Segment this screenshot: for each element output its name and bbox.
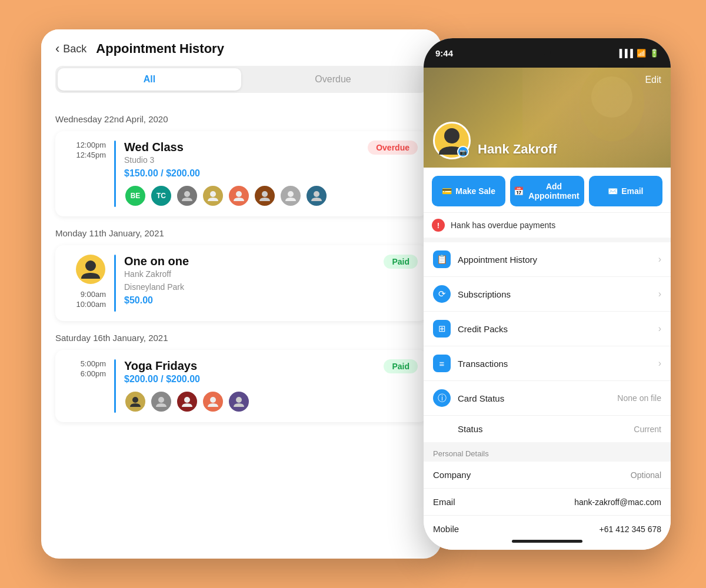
time-start-2: 9:00am xyxy=(81,290,106,299)
time-start-3: 5:00pm xyxy=(81,359,106,368)
time-column-2: 9:00am 10:00am xyxy=(65,255,106,309)
time-end-3: 6:00pm xyxy=(81,369,106,378)
personal-details-header: Personal Details xyxy=(424,442,671,462)
credit-packs-label: Credit Packs xyxy=(458,324,651,334)
chevron-icon-4: › xyxy=(658,358,661,369)
mobile-row: Mobile +61 412 345 678 xyxy=(424,516,671,532)
email-label: Email xyxy=(621,186,643,196)
mobile-value: +61 412 345 678 xyxy=(600,524,662,533)
back-arrow-icon: ‹ xyxy=(55,41,59,56)
menu-section: 📋 Appointment History › ⟳ Subscriptions … xyxy=(424,242,671,442)
company-label: Company xyxy=(433,470,471,480)
company-value: Optional xyxy=(631,470,661,480)
subscriptions-label: Subscriptions xyxy=(458,289,651,299)
svg-point-13 xyxy=(591,76,632,118)
add-appointment-button[interactable]: 📅 Add Appointment xyxy=(510,176,584,206)
email-button[interactable]: ✉️ Email xyxy=(589,176,662,206)
attendee-avatars-3 xyxy=(124,390,418,413)
left-header: ‹ Back Appointment History xyxy=(41,29,441,56)
profile-avatar-wrap: 📷 Hank Zakroff xyxy=(433,122,557,159)
appointment-price-2: $50.00 xyxy=(124,295,418,306)
appointment-list: Wednesday 22nd April, 2020 12:00pm 12:45… xyxy=(41,102,441,559)
page-title: Appointment History xyxy=(96,41,224,56)
mobile-label: Mobile xyxy=(433,524,459,532)
time-start-1: 12:00pm xyxy=(76,141,106,149)
profile-name: Hank Zakroff xyxy=(478,142,557,159)
time-end-2: 10:00am xyxy=(76,300,106,309)
email-label: Email xyxy=(433,497,455,507)
overdue-badge-1: Overdue xyxy=(368,141,418,155)
phone-scroll: 💳 Make Sale 📅 Add Appointment ✉️ Email !… xyxy=(424,168,671,532)
avatar-8 xyxy=(305,185,328,207)
paid-badge-3: Paid xyxy=(384,359,418,373)
status-value: Current xyxy=(634,425,661,434)
make-sale-label: Make Sale xyxy=(455,186,495,196)
avatar-y5 xyxy=(228,390,250,413)
home-indicator xyxy=(424,532,671,550)
card-content-3: Yoga Fridays $200.00 / $200.00 xyxy=(124,359,418,413)
chevron-icon-1: › xyxy=(658,254,661,265)
avatar-y2 xyxy=(150,390,172,413)
profile-avatar: 📷 xyxy=(433,122,471,159)
paid-badge-2: Paid xyxy=(384,255,418,269)
menu-status: Status Current xyxy=(424,416,671,442)
add-appointment-label: Add Appointment xyxy=(527,182,580,201)
camera-icon[interactable]: 📷 xyxy=(457,146,469,158)
date-header-2: Monday 11th January, 2021 xyxy=(55,228,427,238)
appointment-history-icon: 📋 xyxy=(433,250,451,268)
home-bar xyxy=(512,540,582,543)
svg-point-4 xyxy=(288,191,294,197)
time-end-1: 12:45pm xyxy=(76,151,106,159)
time-column-3: 5:00pm 6:00pm xyxy=(65,359,106,378)
appointment-price-1: $150.00 / $200.00 xyxy=(124,168,418,179)
tab-overdue[interactable]: Overdue xyxy=(241,68,425,91)
svg-point-3 xyxy=(262,191,268,197)
menu-subscriptions[interactable]: ⟳ Subscriptions › xyxy=(424,277,671,312)
avatar-be: BE xyxy=(124,185,146,207)
tab-bar: All Overdue xyxy=(55,66,427,93)
avatar-7 xyxy=(279,185,302,207)
tab-all[interactable]: All xyxy=(58,68,241,91)
battery-icon: 🔋 xyxy=(650,49,659,58)
appointment-card-1[interactable]: 12:00pm 12:45pm Wed Class Studio 3 $150.… xyxy=(55,131,427,216)
appointment-location-1: Studio 3 xyxy=(124,155,418,165)
svg-point-2 xyxy=(236,191,242,197)
avatar-y4 xyxy=(202,390,224,413)
time-column-1: 12:00pm 12:45pm xyxy=(65,141,106,159)
personal-section: Company Optional Email hank-zakroff@mac.… xyxy=(424,462,671,532)
status-bar: 9:44 ▐▐▐ 📶 🔋 xyxy=(424,38,671,68)
make-sale-button[interactable]: 💳 Make Sale xyxy=(432,176,505,206)
add-appointment-icon: 📅 xyxy=(514,186,524,196)
card-status-icon: ⓘ xyxy=(433,389,451,407)
email-value: hank-zakroff@mac.com xyxy=(574,497,661,507)
card-status-value: None on file xyxy=(617,393,661,403)
edit-button[interactable]: Edit xyxy=(645,75,661,85)
card-content-2: One on one Hank Zakroff Disneyland Park … xyxy=(124,255,418,312)
svg-point-7 xyxy=(132,397,138,403)
svg-point-10 xyxy=(210,397,216,403)
card-status-label: Card Status xyxy=(458,393,610,403)
subscriptions-icon: ⟳ xyxy=(433,285,451,303)
avatar-5 xyxy=(228,185,250,207)
action-buttons: 💳 Make Sale 📅 Add Appointment ✉️ Email xyxy=(424,168,671,212)
accent-bar-3 xyxy=(114,359,116,413)
menu-appointment-history[interactable]: 📋 Appointment History › xyxy=(424,242,671,277)
alert-icon: ! xyxy=(432,219,445,232)
email-icon: ✉️ xyxy=(608,186,618,196)
svg-point-14 xyxy=(444,128,459,143)
menu-card-status: ⓘ Card Status None on file xyxy=(424,381,671,416)
avatar-3 xyxy=(176,185,198,207)
menu-transactions[interactable]: ≡ Transactions › xyxy=(424,346,671,381)
right-device: 9:44 ▐▐▐ 📶 🔋 Edit 📷 Hank xyxy=(424,38,671,550)
date-header-1: Wednesday 22nd April, 2020 xyxy=(55,114,427,124)
date-header-3: Saturday 16th January, 2021 xyxy=(55,333,427,343)
appointment-card-3[interactable]: 5:00pm 6:00pm Yoga Fridays $200.00 / $20… xyxy=(55,350,427,422)
back-button[interactable]: ‹ Back xyxy=(55,41,86,56)
transactions-label: Transactions xyxy=(458,359,651,369)
appointment-history-label: Appointment History xyxy=(458,255,651,265)
appointment-card-2[interactable]: 9:00am 10:00am One on one Hank Zakroff D… xyxy=(55,245,427,321)
company-row: Company Optional xyxy=(424,462,671,489)
avatar-y1 xyxy=(124,390,146,413)
menu-credit-packs[interactable]: ⊞ Credit Packs › xyxy=(424,312,671,346)
signal-icon: ▐▐▐ xyxy=(617,49,633,58)
